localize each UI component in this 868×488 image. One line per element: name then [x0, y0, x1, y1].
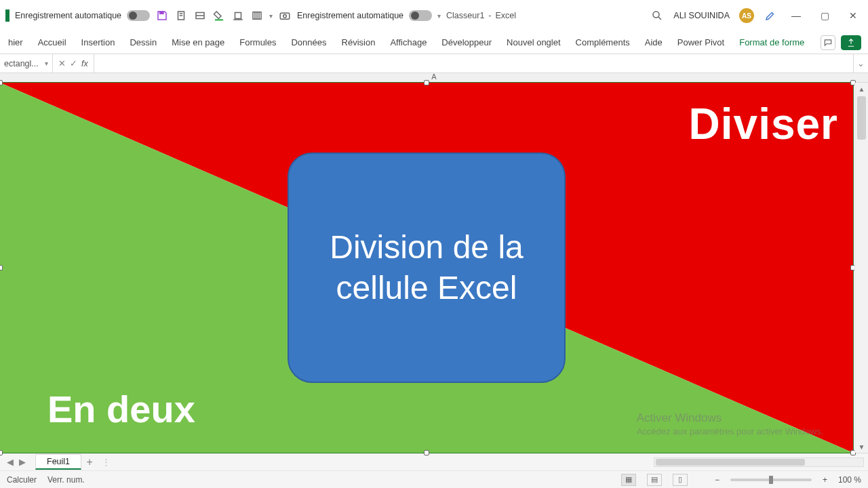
minimize-button[interactable]: — — [787, 10, 806, 21]
comments-button[interactable] — [821, 35, 835, 50]
tab-complements[interactable]: Compléments — [569, 33, 637, 52]
window-title: Classeur1 - Excel — [446, 11, 516, 20]
worksheet-area[interactable]: Diviser En deux Division de la cellule E… — [0, 83, 868, 453]
view-pagelayout-button[interactable]: ▤ — [647, 474, 662, 486]
handle-bc[interactable] — [424, 450, 429, 455]
fx-icon[interactable]: fx — [81, 59, 88, 68]
vertical-scrollbar[interactable]: ▲ ▼ — [854, 83, 868, 453]
sheet-nav-next-icon[interactable]: ▶ — [19, 457, 26, 467]
ribbon-tabs: hier Accueil Insertion Dessin Mise en pa… — [0, 31, 868, 54]
tab-dessin[interactable]: Dessin — [123, 33, 163, 52]
name-box[interactable]: ectangl... ▾ — [0, 54, 53, 73]
pen-icon[interactable] — [764, 9, 777, 22]
svg-rect-3 — [215, 19, 223, 20]
selected-shape-group[interactable]: Diviser En deux Division de la cellule E… — [0, 83, 853, 453]
tab-developpeur[interactable]: Développeur — [435, 33, 498, 52]
sheet-tab-bar: ◀ ▶ Feuil1 + ⋮ — [0, 453, 868, 470]
sheet-tabs-divider: ⋮ — [102, 457, 111, 467]
autosave-label: Enregistrement automatique — [15, 11, 121, 20]
zoom-slider[interactable] — [730, 479, 812, 481]
share-button[interactable] — [841, 35, 861, 50]
tab-nouvel[interactable]: Nouvel onglet — [500, 33, 568, 52]
close-button[interactable]: ✕ — [844, 10, 863, 21]
sheet-nav-prev-icon[interactable]: ◀ — [7, 457, 14, 467]
expand-formula-bar-icon[interactable]: ⌄ — [853, 54, 868, 73]
svg-rect-0 — [159, 12, 163, 14]
rounded-rectangle-text: Division de la cellule Excel — [307, 227, 547, 308]
tab-fichier[interactable]: hier — [1, 33, 30, 52]
app-name: Excel — [496, 11, 517, 20]
title-separator: - — [488, 11, 491, 20]
tab-miseenpage[interactable]: Mise en page — [165, 33, 231, 52]
windows-activation-watermark: Activer Windows Accédez aux paramètres p… — [637, 411, 823, 438]
tab-powerpivot[interactable]: Power Pivot — [671, 33, 731, 52]
document-title: Classeur1 — [446, 11, 484, 20]
save-icon[interactable] — [155, 9, 169, 22]
app-stripe — [5, 9, 9, 22]
column-headers[interactable]: A — [0, 73, 868, 83]
horizontal-scrollbar[interactable] — [654, 458, 864, 467]
qat-icon-4[interactable] — [250, 9, 264, 22]
svg-rect-5 — [280, 13, 290, 19]
qat-more-icon[interactable]: ▾ — [269, 12, 273, 20]
zoom-in-button[interactable]: + — [823, 475, 827, 485]
shape-text-top[interactable]: Diviser — [689, 99, 838, 149]
watermark-line2: Accédez aux paramètres pour activer Wind… — [637, 426, 823, 438]
title-bar: Enregistrement automatique ▾ Enregistrem… — [0, 0, 868, 31]
autosave-toggle[interactable] — [127, 10, 150, 21]
watermark-line1: Activer Windows — [637, 411, 823, 426]
avatar[interactable]: AS — [739, 8, 754, 23]
status-bar: Calculer Verr. num. ▦ ▤ ▯ − + 100 % — [0, 470, 868, 488]
formula-bar: ectangl... ▾ ✕ ✓ fx ⌄ — [0, 54, 868, 73]
add-sheet-button[interactable]: + — [81, 456, 98, 468]
name-box-value: ectangl... — [4, 59, 39, 68]
scroll-up-icon[interactable]: ▲ — [855, 83, 868, 95]
autosave2-toggle[interactable] — [409, 10, 432, 21]
qat-icon-2[interactable] — [193, 9, 207, 22]
qat-icon-3[interactable] — [231, 9, 245, 22]
name-box-dropdown-icon[interactable]: ▾ — [45, 60, 48, 67]
tab-affichage[interactable]: Affichage — [383, 33, 433, 52]
qat-overflow-icon[interactable]: ▾ — [437, 12, 441, 20]
camera-icon[interactable] — [278, 9, 292, 22]
tab-accueil[interactable]: Accueil — [31, 33, 73, 52]
scroll-down-icon[interactable]: ▼ — [855, 441, 868, 453]
zoom-value[interactable]: 100 % — [838, 475, 861, 485]
status-numlock: Verr. num. — [47, 475, 85, 485]
cancel-formula-icon[interactable]: ✕ — [58, 58, 66, 68]
svg-point-6 — [283, 15, 287, 18]
handle-ml[interactable] — [0, 265, 3, 270]
shape-text-bottom[interactable]: En deux — [47, 387, 195, 431]
formula-input[interactable] — [94, 54, 853, 73]
tab-revision[interactable]: Révision — [335, 33, 382, 52]
tab-format-forme[interactable]: Format de forme — [732, 33, 811, 52]
handle-tc[interactable] — [424, 80, 429, 85]
qat-icon-1[interactable] — [174, 9, 188, 22]
zoom-out-button[interactable]: − — [715, 475, 719, 485]
tab-aide[interactable]: Aide — [638, 33, 669, 52]
rounded-rectangle-shape[interactable]: Division de la cellule Excel — [288, 152, 566, 383]
view-normal-button[interactable]: ▦ — [621, 474, 636, 486]
user-name[interactable]: ALI SOUINIDA — [673, 11, 730, 20]
enter-formula-icon[interactable]: ✓ — [70, 58, 77, 68]
column-header-a[interactable]: A — [431, 73, 436, 81]
handle-bl[interactable] — [0, 450, 3, 455]
handle-tl[interactable] — [0, 80, 3, 85]
status-calc: Calculer — [7, 475, 37, 485]
hscroll-thumb[interactable] — [656, 459, 805, 466]
fill-color-icon[interactable] — [212, 9, 226, 22]
view-pagebreak-button[interactable]: ▯ — [673, 474, 688, 486]
restore-button[interactable]: ▢ — [815, 10, 834, 21]
vscroll-thumb[interactable] — [857, 96, 866, 140]
autosave2-label: Enregistrement automatique — [297, 11, 403, 20]
tab-donnees[interactable]: Données — [284, 33, 333, 52]
search-icon[interactable] — [650, 9, 664, 22]
sheet-tab-active[interactable]: Feuil1 — [35, 454, 81, 470]
tab-formules[interactable]: Formules — [233, 33, 283, 52]
svg-point-7 — [653, 12, 659, 18]
tab-insertion[interactable]: Insertion — [75, 33, 122, 52]
